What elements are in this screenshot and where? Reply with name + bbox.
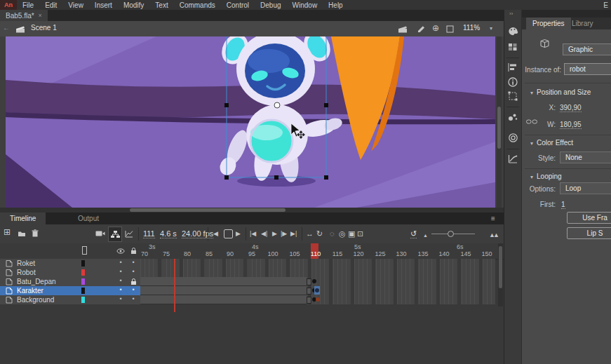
menu-modify[interactable]: Modify bbox=[118, 1, 149, 9]
document-tab[interactable]: Bab5.fla* × bbox=[0, 10, 48, 21]
onion-skin-icon[interactable]: ◌ bbox=[330, 229, 335, 238]
layer-row-background[interactable]: Background • • bbox=[0, 295, 504, 304]
onion-skin-outlines-icon[interactable]: ◎ bbox=[339, 229, 346, 238]
elapsed-time-value[interactable]: 4.6 s bbox=[160, 229, 177, 238]
first-frame-value[interactable]: 1 bbox=[561, 201, 565, 209]
edit-scene-icon[interactable] bbox=[398, 25, 408, 33]
timeline-vscroll-thumb[interactable] bbox=[499, 246, 502, 288]
edit-multiple-frames-icon[interactable]: ▣ bbox=[348, 229, 355, 238]
layer-row-batu-depan[interactable]: Batu_Depan • bbox=[0, 277, 504, 286]
stage-vscroll-thumb[interactable] bbox=[497, 107, 501, 149]
tab-library[interactable]: Library bbox=[565, 18, 600, 29]
zoom-dropdown-icon[interactable]: ▾ bbox=[490, 25, 492, 32]
section-position-size[interactable]: ▾Position and Size bbox=[530, 88, 591, 96]
layer-frames[interactable] bbox=[140, 286, 495, 296]
step-forward-icon[interactable]: ▶ bbox=[236, 229, 241, 238]
timeline-zoom-in-icon[interactable]: ▲▲ bbox=[489, 231, 497, 239]
layer-locked-icon[interactable] bbox=[130, 278, 137, 285]
lock-column-icon[interactable] bbox=[130, 247, 137, 255]
section-looping[interactable]: ▾Looping bbox=[530, 173, 562, 180]
info-panel-icon[interactable] bbox=[508, 77, 518, 88]
layer-lock-dot[interactable]: • bbox=[130, 259, 137, 266]
layer-row-karakter[interactable]: Karakter • • bbox=[0, 286, 504, 295]
frame-span[interactable] bbox=[140, 295, 307, 304]
menu-file[interactable]: File bbox=[17, 1, 39, 9]
delete-layer-icon[interactable] bbox=[32, 229, 39, 237]
collapse-triangle-icon[interactable]: ▾ bbox=[530, 174, 533, 180]
collapse-panels-icon[interactable]: ›› bbox=[509, 11, 513, 17]
selection-handle-bottom[interactable] bbox=[274, 175, 278, 180]
frame-span[interactable] bbox=[140, 286, 307, 295]
back-arrow-icon[interactable]: ← bbox=[3, 24, 10, 32]
step-back-icon[interactable]: ◀ bbox=[213, 229, 218, 238]
menu-commands[interactable]: Commands bbox=[174, 1, 221, 9]
current-frame-value[interactable]: 111 bbox=[143, 229, 155, 238]
reset-timeline-zoom-icon[interactable]: ↺ bbox=[410, 229, 417, 238]
tab-properties[interactable]: Properties bbox=[526, 18, 571, 29]
loop-options-dropdown[interactable]: Loop bbox=[560, 182, 611, 194]
cc-libraries-panel-icon[interactable] bbox=[508, 133, 518, 144]
panel-menu-icon[interactable]: ≡ bbox=[491, 215, 495, 222]
transform-panel-icon[interactable] bbox=[508, 91, 518, 102]
prev-frame-icon[interactable]: ◀| bbox=[261, 229, 267, 238]
collapse-triangle-icon[interactable]: ▾ bbox=[530, 140, 533, 147]
play-icon[interactable]: ▶ bbox=[272, 229, 277, 238]
new-folder-icon[interactable] bbox=[18, 230, 26, 237]
brush-library-panel-icon[interactable] bbox=[508, 112, 518, 123]
swatches-panel-icon[interactable] bbox=[508, 43, 518, 53]
loop-range-icon[interactable] bbox=[224, 229, 233, 238]
menu-control[interactable]: Control bbox=[221, 1, 255, 9]
animate-logo[interactable]: An bbox=[0, 0, 17, 10]
outline-column-icon[interactable] bbox=[82, 246, 87, 255]
workspace-button[interactable]: E bbox=[600, 1, 611, 9]
style-dropdown[interactable]: None bbox=[560, 151, 611, 163]
selected-frame[interactable] bbox=[314, 286, 320, 295]
menu-insert[interactable]: Insert bbox=[89, 1, 118, 9]
w-value[interactable]: 180,95 bbox=[560, 121, 582, 129]
visibility-column-eye-icon[interactable] bbox=[116, 248, 125, 254]
symbol-behavior-dropdown[interactable]: Graphic bbox=[563, 43, 611, 55]
show-tween-graph-icon[interactable] bbox=[125, 230, 133, 238]
tab-timeline[interactable]: Timeline bbox=[0, 213, 46, 224]
menu-text[interactable]: Text bbox=[149, 1, 173, 9]
layer-frames[interactable] bbox=[140, 277, 495, 287]
layer-row-robot[interactable]: Robot • • bbox=[0, 268, 504, 277]
stage-horizontal-scrollbar[interactable] bbox=[0, 208, 504, 213]
selection-handle-bottom-right[interactable] bbox=[324, 175, 328, 180]
layer-frames[interactable] bbox=[140, 259, 495, 269]
stage-vertical-scrollbar[interactable] bbox=[497, 36, 502, 208]
timeline-vertical-scrollbar[interactable] bbox=[498, 243, 503, 306]
timeline-zoom-out-icon[interactable]: ▲ bbox=[423, 231, 428, 240]
menu-view[interactable]: View bbox=[62, 1, 89, 9]
close-tab-icon[interactable]: × bbox=[39, 12, 42, 19]
layer-visibility-dot[interactable]: • bbox=[117, 295, 124, 302]
first-frame-icon[interactable]: |◀ bbox=[250, 229, 256, 238]
layer-parenting-toggle[interactable] bbox=[108, 227, 122, 242]
scene-name[interactable]: Scene 1 bbox=[31, 24, 57, 32]
use-frame-picker-button[interactable]: Use Fra bbox=[567, 212, 611, 224]
span-end-frame[interactable] bbox=[307, 297, 311, 304]
keyframe-dot-orange[interactable] bbox=[316, 297, 320, 302]
clip-content-icon[interactable] bbox=[446, 25, 454, 33]
menu-window[interactable]: Window bbox=[287, 1, 323, 9]
instance-name-field[interactable]: robot bbox=[564, 63, 611, 75]
motion-editor-panel-icon[interactable] bbox=[508, 154, 518, 165]
selection-handle-bottom-left[interactable] bbox=[224, 175, 229, 180]
color-panel-icon[interactable] bbox=[508, 27, 518, 37]
layer-row-roket[interactable]: Roket • • bbox=[0, 259, 504, 268]
keyframe-dot[interactable] bbox=[312, 279, 316, 283]
span-end-frame[interactable] bbox=[307, 278, 311, 285]
loop-playback-icon[interactable]: ↻ bbox=[316, 229, 323, 238]
layer-visibility-dot[interactable]: • bbox=[117, 259, 124, 266]
camera-icon[interactable] bbox=[95, 230, 105, 237]
new-layer-icon[interactable]: ⊞ bbox=[4, 228, 11, 236]
timeline-ruler[interactable]: 3s 4s 5s 6s 70 75 80 85 90 95 100 105 11… bbox=[0, 243, 504, 259]
span-end-frame[interactable] bbox=[307, 288, 311, 295]
next-frame-icon[interactable]: |▶ bbox=[281, 229, 287, 238]
selection-handle-right[interactable] bbox=[324, 103, 328, 107]
center-stage-icon[interactable]: ⊕ bbox=[432, 23, 439, 33]
lip-syncing-button[interactable]: Lip S bbox=[567, 227, 611, 239]
selected-layer[interactable]: Karakter • • bbox=[0, 286, 140, 296]
layer-frames[interactable] bbox=[140, 295, 495, 305]
x-value[interactable]: 390,90 bbox=[560, 104, 582, 112]
